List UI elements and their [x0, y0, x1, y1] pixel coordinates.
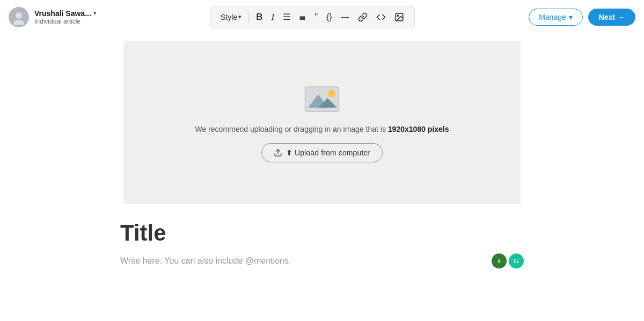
image-icon	[394, 12, 404, 22]
upload-recommendation-text: We recommend uploading or dragging in an…	[195, 125, 449, 133]
formatting-toolbar: Style ▾ B I ☰ ≣ " {} —	[210, 6, 415, 28]
divider-button[interactable]: —	[337, 10, 353, 24]
article-subtitle-placeholder[interactable]: Write here. You can also include @mentio…	[120, 256, 487, 266]
user-name[interactable]: Vrushali Sawa... ▾	[34, 9, 96, 18]
avatar[interactable]	[9, 7, 29, 27]
header-actions: Manage ▾ Next →	[529, 9, 635, 26]
italic-button[interactable]: I	[268, 10, 279, 25]
style-dropdown-button[interactable]: Style ▾	[217, 11, 245, 24]
bold-button[interactable]: B	[252, 10, 266, 25]
unordered-list-button[interactable]: ☰	[279, 10, 294, 24]
article-title[interactable]: Title	[120, 220, 524, 246]
quote-button[interactable]: "	[311, 10, 321, 25]
svg-point-1	[13, 20, 24, 25]
spell-check-icon	[495, 257, 503, 265]
link-button[interactable]	[354, 10, 371, 24]
upload-from-computer-button[interactable]: ⬆ Upload from computer	[261, 143, 383, 162]
user-role: Individual article	[34, 18, 96, 25]
article-subtitle-row: Write here. You can also include @mentio…	[120, 253, 524, 268]
main-content: We recommend uploading or dragging in an…	[0, 41, 644, 268]
spell-check-badge[interactable]	[492, 253, 507, 268]
svg-point-0	[16, 12, 22, 19]
upload-icon	[274, 148, 282, 157]
code-icon	[376, 12, 386, 22]
header: Vrushali Sawa... ▾ Individual article St…	[0, 0, 644, 34]
code-block-button[interactable]: {}	[323, 10, 336, 24]
article-title-area: Title Write here. You can also include @…	[118, 220, 526, 268]
image-button[interactable]	[391, 10, 408, 24]
svg-rect-4	[305, 87, 339, 111]
grammarly-badge[interactable]: G	[509, 253, 524, 268]
link-icon	[358, 12, 368, 22]
manage-button[interactable]: Manage ▾	[529, 9, 583, 26]
style-chevron-icon: ▾	[238, 13, 241, 20]
code-button[interactable]	[372, 10, 390, 24]
manage-chevron-icon: ▾	[569, 13, 573, 21]
user-dropdown-chevron: ▾	[93, 10, 96, 16]
ordered-list-button[interactable]: ≣	[295, 10, 310, 24]
svg-point-3	[397, 15, 398, 16]
editor-plugin-badges: G	[492, 253, 524, 268]
image-upload-area[interactable]: We recommend uploading or dragging in an…	[123, 41, 521, 204]
image-placeholder-icon	[303, 83, 341, 115]
svg-point-7	[328, 89, 335, 97]
user-info-section: Vrushali Sawa... ▾ Individual article	[9, 7, 96, 27]
next-button[interactable]: Next →	[588, 9, 635, 26]
user-details: Vrushali Sawa... ▾ Individual article	[34, 9, 96, 25]
toolbar-separator-1	[248, 12, 249, 23]
